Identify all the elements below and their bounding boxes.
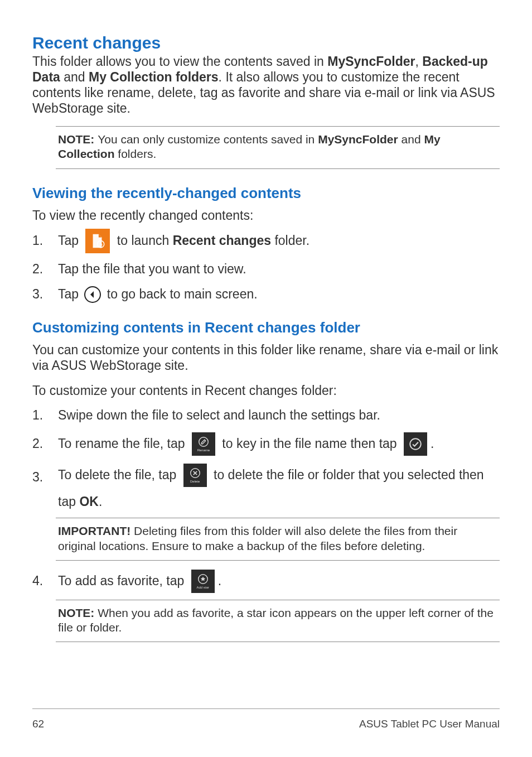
step-number: 1.	[32, 232, 58, 250]
lead-text: You can customize your contents in this …	[32, 342, 500, 373]
icon-label: Rename	[197, 449, 210, 452]
step-item: 2. Tap the file that you want to view.	[32, 260, 500, 278]
text: Tap	[58, 285, 82, 303]
text: This folder allows you to view the conte…	[32, 54, 327, 69]
text: When you add as favorite, a star icon ap…	[58, 606, 494, 634]
text-bold: OK	[79, 494, 99, 509]
text: To rename the file, tap	[58, 435, 188, 453]
intro-paragraph: This folder allows you to view the conte…	[32, 54, 500, 116]
section-heading-recent-changes: Recent changes	[32, 33, 500, 52]
svg-point-1	[199, 437, 209, 447]
note-text: NOTE: When you add as favorite, a star i…	[58, 606, 497, 635]
step-item: 1. Tap to launch Recent changes folder.	[32, 229, 500, 253]
delete-icon: Delete	[183, 464, 207, 487]
back-arrow-icon	[84, 286, 101, 303]
svg-point-2	[410, 438, 421, 450]
step-number: 2.	[32, 260, 58, 278]
confirm-check-icon	[404, 432, 427, 456]
note-label: NOTE:	[58, 133, 98, 146]
step-item: 4. To add as favorite, tap Add star .	[32, 570, 500, 593]
step-item: 2. To rename the file, tap Rename to key…	[32, 432, 500, 456]
note-box: NOTE: You can only customize contents sa…	[56, 126, 500, 169]
text-bold: MySyncFolder	[327, 54, 415, 69]
step-item: 3. Tap to go back to main screen.	[32, 285, 500, 303]
section-heading-viewing: Viewing the recently-changed contents	[32, 185, 500, 202]
text: .	[431, 435, 434, 453]
step-number: 3.	[32, 285, 58, 303]
text: folders.	[115, 147, 157, 160]
text-bold: Recent changes	[173, 232, 271, 250]
text: and	[398, 133, 424, 146]
step-text: Swipe down the file to select and launch…	[58, 406, 500, 425]
important-label: IMPORTANT!	[58, 524, 134, 537]
section-heading-customizing: Customizing contents in Recent changes f…	[32, 319, 500, 336]
important-text: IMPORTANT! Deleting files from this fold…	[58, 524, 497, 553]
text: folder.	[271, 232, 309, 250]
step-text: Tap the file that you want to view.	[58, 260, 500, 278]
text: To delete the file, tap	[58, 466, 180, 484]
text: and	[60, 70, 89, 84]
add-star-icon: Add star	[191, 570, 215, 593]
text: .	[99, 494, 102, 509]
step-number: 4.	[32, 572, 58, 590]
text: You can only customize contents saved in	[98, 133, 318, 146]
recent-changes-folder-icon	[85, 229, 110, 253]
rename-icon: Rename	[192, 432, 215, 456]
step-number: 2.	[32, 435, 58, 453]
footer-rule	[32, 708, 500, 709]
doc-title: ASUS Tablet PC User Manual	[359, 718, 500, 730]
text: to key in the file name then tap	[219, 435, 400, 453]
text: to delete the file or folder that you se…	[210, 466, 487, 484]
text-bold: My Collection folders	[89, 70, 219, 84]
note-label: NOTE:	[58, 606, 98, 619]
text: to go back to main screen.	[103, 285, 257, 303]
icon-label: Delete	[190, 480, 200, 483]
icon-label: Add star	[197, 586, 209, 589]
text: .	[218, 572, 221, 590]
lead-text: To customize your contents in Recent cha…	[32, 383, 500, 398]
text: Tap	[58, 232, 82, 250]
page-number: 62	[32, 718, 44, 730]
step-item: 3. To delete the file, tap Delete to del…	[32, 464, 500, 511]
text: To add as favorite, tap	[58, 572, 188, 590]
step-number: 3.	[32, 464, 58, 486]
text: tap	[58, 494, 79, 509]
step-number: 1.	[32, 406, 58, 425]
note-box: NOTE: When you add as favorite, a star i…	[56, 600, 500, 643]
text: ,	[415, 54, 423, 69]
lead-text: To view the recently changed contents:	[32, 208, 500, 223]
step-item: 1. Swipe down the file to select and lau…	[32, 406, 500, 425]
text-bold: MySyncFolder	[318, 133, 398, 146]
note-text: NOTE: You can only customize contents sa…	[58, 132, 497, 162]
text: to launch	[113, 232, 172, 250]
important-box: IMPORTANT! Deleting files from this fold…	[56, 518, 500, 561]
